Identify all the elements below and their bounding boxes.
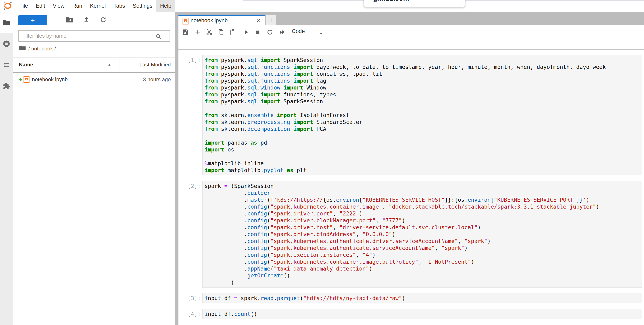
menu-item-tabs[interactable]: Tabs (110, 0, 129, 12)
save-icon (182, 29, 189, 37)
menu-item-settings[interactable]: Settings (129, 0, 156, 12)
breadcrumb-path: / notebook / (28, 46, 56, 52)
code-editor[interactable]: from pyspark.sql import SparkSession fro… (204, 57, 640, 174)
breadcrumb[interactable]: / notebook / (19, 43, 56, 54)
cell-input-area[interactable]: input_df.count() (202, 309, 642, 319)
file-browser-panel: + / notebook / Name Last Modified notebo… (13, 12, 175, 325)
sort-ascending-icon[interactable] (107, 62, 112, 69)
refresh-button[interactable] (99, 17, 108, 24)
cut-cells-icon (206, 29, 213, 37)
code-editor[interactable]: spark = (SparkSession .builder .master(f… (204, 183, 640, 286)
jupyterlab-window: FileEditViewRunKernelTabsSettingsHelp + … (0, 0, 644, 325)
notebook-toolbar: Code (178, 25, 644, 50)
upload-button[interactable] (82, 17, 91, 24)
jupyter-logo (0, 0, 16, 12)
main-dock: notebook.ipynb Code [1]:from pyspark.sql… (178, 12, 644, 325)
execution-count-prompt: [3]: (178, 293, 202, 302)
puzzle-icon (3, 83, 10, 91)
paste-cells-icon (229, 29, 236, 37)
notebook-file-icon (182, 18, 188, 25)
new-launcher-button[interactable]: + (18, 16, 47, 25)
folder-icon (3, 20, 10, 26)
column-header-name[interactable]: Name (19, 62, 33, 68)
code-editor[interactable]: input_df.count() (204, 311, 640, 317)
file-row[interactable]: notebook.ipynb3 hours ago (13, 73, 175, 86)
menu-item-kernel[interactable]: Kernel (86, 0, 110, 12)
cut-cells-button[interactable] (204, 28, 214, 38)
activity-bar (0, 12, 13, 325)
file-listing-header: Name Last Modified (13, 57, 175, 73)
file-listing: notebook.ipynb3 hours ago (13, 73, 175, 86)
stop-kernel-button[interactable] (253, 28, 262, 38)
panel-resize-handle[interactable] (175, 12, 178, 325)
stop-kernel-icon (255, 29, 261, 36)
close-tab-icon[interactable] (256, 18, 261, 23)
notebook-cells: [1]:from pyspark.sql import SparkSession… (178, 50, 644, 325)
dock-tab-bar: notebook.ipynb (178, 12, 644, 25)
insert-cell-icon (194, 29, 201, 37)
menu-item-help[interactable]: Help (156, 0, 175, 12)
file-browser-toolbar: + (13, 15, 175, 25)
code-cell-row: [3]:input_df = spark.read.parquet("hdfs:… (178, 293, 644, 303)
column-header-last-modified[interactable]: Last Modified (140, 62, 171, 68)
sidebar-tab-extensions[interactable] (0, 76, 13, 97)
copy-cells-button[interactable] (216, 28, 226, 38)
search-icon (155, 33, 162, 41)
browser-popup: github.com (364, 0, 465, 7)
tab-notebook[interactable]: notebook.ipynb (178, 15, 265, 25)
upload-icon (83, 17, 90, 24)
cell-input-area[interactable]: spark = (SparkSession .builder .master(f… (202, 181, 642, 287)
menu-item-file[interactable]: File (16, 0, 32, 12)
new-tab-button[interactable] (266, 15, 276, 25)
save-button[interactable] (181, 28, 190, 38)
cell-input-area[interactable]: input_df = spark.read.parquet("hdfs://hd… (202, 293, 642, 303)
kernel-running-dot (20, 78, 22, 81)
sidebar-tab-table-of-contents[interactable] (0, 55, 13, 76)
file-name: notebook.ipynb (32, 76, 68, 83)
browser-popup-text: github.com (373, 0, 409, 2)
stop-circle-icon (3, 40, 10, 48)
restart-run-all-button[interactable] (277, 28, 287, 38)
execution-count-prompt: [1]: (178, 55, 202, 64)
execution-count-prompt: [2]: (178, 181, 202, 190)
column-divider (120, 58, 120, 72)
sidebar-tab-running-sessions[interactable] (0, 34, 13, 55)
sidebar-tab-file-browser[interactable] (0, 12, 13, 34)
list-icon (3, 61, 10, 70)
notebook-file-icon (24, 76, 30, 84)
filter-files-input[interactable] (18, 30, 170, 42)
copy-cells-icon (217, 29, 224, 37)
run-cell-icon (243, 29, 250, 36)
cell-input-area[interactable]: from pyspark.sql import SparkSession fro… (202, 55, 642, 175)
run-cell-button[interactable] (241, 28, 251, 38)
menu-item-edit[interactable]: Edit (32, 0, 49, 12)
home-folder-icon[interactable] (19, 45, 26, 52)
refresh-icon (100, 17, 107, 24)
new-folder-button[interactable] (65, 17, 74, 24)
menu-bar: FileEditViewRunKernelTabsSettingsHelp (0, 0, 644, 12)
code-cell-row: [2]:spark = (SparkSession .builder .mast… (178, 181, 644, 287)
code-cell-row: [4]:input_df.count() (178, 309, 644, 319)
new-folder-icon (66, 17, 74, 24)
restart-kernel-button[interactable] (265, 28, 275, 38)
menu-item-run[interactable]: Run (68, 0, 86, 12)
paste-cells-button[interactable] (228, 28, 238, 38)
restart-run-all-icon (278, 29, 286, 37)
code-cell-row: [1]:from pyspark.sql import SparkSession… (178, 55, 644, 175)
insert-cell-button[interactable] (193, 28, 202, 38)
file-last-modified: 3 hours ago (143, 76, 171, 83)
tab-title: notebook.ipynb (190, 18, 228, 24)
execution-count-prompt: [4]: (178, 309, 202, 317)
chevron-down-icon[interactable] (318, 30, 324, 37)
restart-kernel-icon (266, 29, 273, 37)
code-editor[interactable]: input_df = spark.read.parquet("hdfs://hd… (204, 295, 640, 302)
menu-item-view[interactable]: View (49, 0, 68, 12)
